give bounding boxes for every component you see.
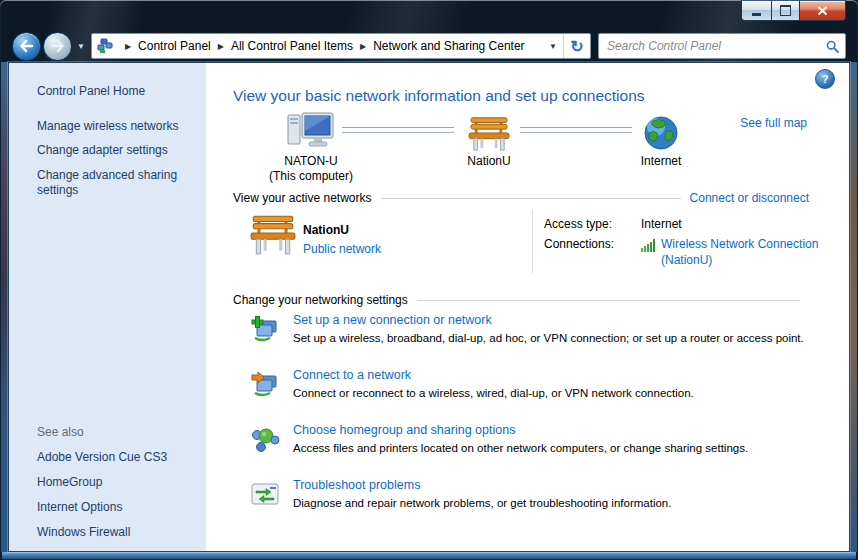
active-networks-header: View your active networks Connect or dis… [233, 191, 809, 205]
connect-network-link[interactable]: Connect to a network [293, 368, 411, 382]
setup-connection-link[interactable]: Set up a new connection or network [293, 313, 492, 327]
sidebar-item-change-adapter[interactable]: Change adapter settings [37, 143, 196, 158]
networking-tasks: Set up a new connection or network Set u… [250, 313, 811, 533]
map-node-internet: Internet [606, 109, 716, 169]
address-dropdown-icon[interactable]: ▼ [543, 42, 563, 51]
refresh-button[interactable]: ↻ [563, 34, 590, 58]
see-full-map-link[interactable]: See full map [740, 116, 807, 130]
toolbar: ▼ ▶ Control Panel ▶ All Control Panel It… [0, 31, 858, 61]
minimize-icon [752, 13, 761, 16]
main-panel: ? View your basic network information an… [206, 63, 849, 551]
connections-label: Connections: [544, 237, 641, 268]
map-computer-sub: (This computer) [256, 169, 366, 184]
client-area: Control Panel Home Manage wireless netwo… [8, 62, 850, 552]
breadcrumb-separator-icon: ▶ [218, 42, 224, 51]
window-right-border [850, 62, 857, 552]
map-internet-label: Internet [606, 154, 716, 169]
access-type-value: Internet [641, 217, 682, 231]
homegroup-sharing-link[interactable]: Choose homegroup and sharing options [293, 423, 515, 437]
window-bottom-border [2, 552, 856, 559]
networking-settings-header: Change your networking settings [233, 293, 809, 307]
window-left-border [1, 62, 8, 552]
networking-settings-title: Change your networking settings [233, 293, 408, 307]
close-icon [817, 6, 828, 16]
signal-strength-icon [641, 239, 656, 252]
sidebar-item-control-panel-home[interactable]: Control Panel Home [37, 84, 145, 98]
active-networks-title: View your active networks [233, 191, 372, 205]
search-box [598, 33, 846, 59]
explorer-window: ▼ ▶ Control Panel ▶ All Control Panel It… [0, 0, 858, 560]
breadcrumb-separator-icon: ▶ [360, 42, 366, 51]
homegroup-icon [250, 424, 280, 454]
map-node-computer: NATON-U (This computer) [256, 109, 366, 184]
active-network-bench-icon [248, 210, 298, 259]
sidebar-item-internet-options[interactable]: Internet Options [37, 500, 198, 514]
sidebar-item-windows-firewall[interactable]: Windows Firewall [37, 525, 198, 539]
see-also-header: See also [37, 425, 198, 439]
help-button[interactable]: ? [815, 69, 835, 89]
sidebar-item-advanced-sharing[interactable]: Change advanced sharing settings [37, 168, 196, 199]
homegroup-sharing-desc: Access files and printers located on oth… [293, 442, 748, 454]
active-network-name: NationU [303, 223, 349, 237]
maximize-button[interactable] [772, 0, 800, 21]
troubleshoot-desc: Diagnose and repair network problems, or… [293, 497, 671, 509]
sidebar-item-homegroup[interactable]: HomeGroup [37, 475, 198, 489]
map-node-network: NationU [434, 109, 544, 169]
sidebar-task-links: Manage wireless networks Change adapter … [37, 119, 196, 207]
troubleshoot-icon [250, 479, 280, 509]
breadcrumb-control-panel[interactable]: Control Panel [138, 39, 211, 53]
window-controls [741, 0, 846, 21]
wireless-connection-link[interactable]: Wireless Network Connection (NationU) [661, 237, 839, 268]
search-input[interactable] [605, 38, 826, 54]
active-network-divider [532, 209, 533, 273]
maximize-icon [780, 5, 791, 16]
public-network-link[interactable]: Public network [303, 242, 381, 256]
connect-or-disconnect-link[interactable]: Connect or disconnect [690, 191, 809, 205]
sidebar-see-also: See also Adobe Version Cue CS3 HomeGroup… [37, 425, 198, 550]
task-connect-network[interactable]: Connect to a network Connect or reconnec… [250, 368, 811, 407]
access-type-label: Access type: [544, 217, 641, 231]
sidebar-item-adobe-version-cue[interactable]: Adobe Version Cue CS3 [37, 450, 198, 464]
back-button[interactable] [12, 32, 41, 61]
map-computer-name: NATON-U [256, 154, 366, 169]
help-icon: ? [822, 73, 829, 85]
network-location-icon [97, 38, 113, 54]
network-details: Access type: Internet Connections: Wir [544, 217, 839, 274]
new-connection-icon [250, 314, 280, 344]
close-button[interactable] [800, 0, 846, 21]
breadcrumb-separator-icon: ▶ [125, 42, 131, 51]
back-arrow-icon [19, 39, 34, 53]
breadcrumb-all-items[interactable]: All Control Panel Items [231, 39, 353, 53]
forward-button[interactable] [43, 32, 72, 61]
page-title: View your basic network information and … [233, 87, 645, 105]
sidebar-item-manage-wireless[interactable]: Manage wireless networks [37, 119, 196, 134]
connect-network-desc: Connect or reconnect to a wireless, wire… [293, 387, 694, 399]
address-bar[interactable]: ▶ Control Panel ▶ All Control Panel Item… [91, 33, 591, 59]
minimize-button[interactable] [741, 0, 772, 21]
search-icon[interactable] [826, 40, 839, 53]
map-network-name: NationU [434, 154, 544, 169]
connect-network-icon [250, 369, 280, 399]
sidebar: Control Panel Home Manage wireless netwo… [9, 63, 206, 551]
recent-pages-chevron[interactable]: ▼ [77, 42, 85, 51]
task-setup-connection[interactable]: Set up a new connection or network Set u… [250, 313, 811, 352]
forward-arrow-icon [50, 39, 65, 53]
troubleshoot-link[interactable]: Troubleshoot problems [293, 478, 420, 492]
task-homegroup-sharing[interactable]: Choose homegroup and sharing options Acc… [250, 423, 811, 462]
internet-globe-icon[interactable] [606, 109, 716, 151]
setup-connection-desc: Set up a wireless, broadband, dial-up, a… [293, 332, 804, 344]
divider-line [417, 300, 800, 301]
breadcrumb-network-sharing[interactable]: Network and Sharing Center [373, 39, 524, 53]
divider-line [381, 198, 681, 199]
task-troubleshoot[interactable]: Troubleshoot problems Diagnose and repai… [250, 478, 811, 517]
